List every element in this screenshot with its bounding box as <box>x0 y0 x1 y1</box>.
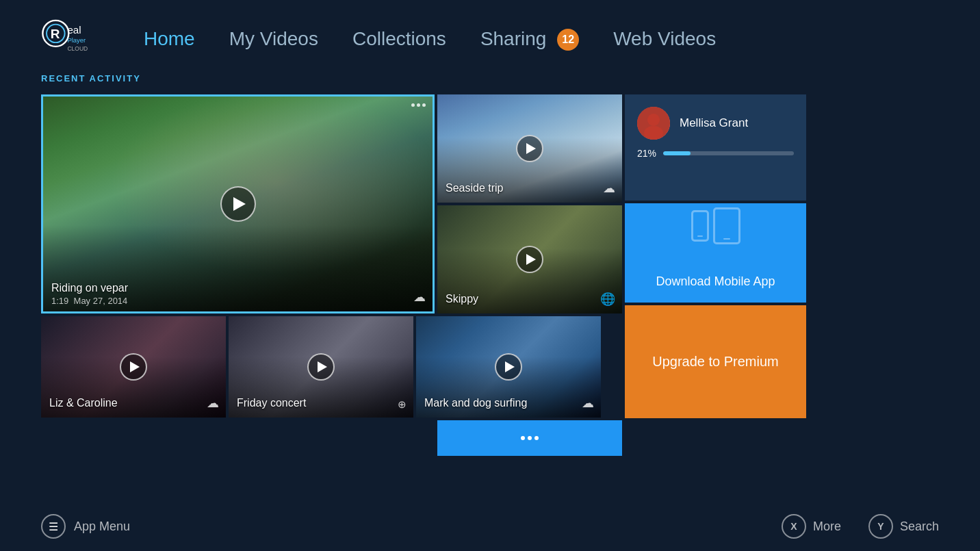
app-menu-label: App Menu <box>74 520 130 534</box>
friday-title: Friday concert <box>237 397 306 409</box>
user-info: Mellisa Grant <box>637 107 794 140</box>
friday-concert-tile[interactable]: Friday concert ⊕ <box>229 316 413 418</box>
friday-xbox-icon: ⊕ <box>398 398 407 411</box>
download-mobile-tile[interactable]: Download Mobile App <box>625 203 806 303</box>
sharing-badge: 12 <box>557 29 579 51</box>
user-name: Mellisa Grant <box>680 116 748 130</box>
surfing-play-btn[interactable] <box>495 353 522 381</box>
search-btn-icon[interactable]: Y <box>868 514 893 539</box>
video-grid: Riding on vepar 1:19 May 27, 2014 ☁ <box>41 94 622 456</box>
svg-text:R: R <box>51 27 60 41</box>
search-action: Y Search <box>868 514 939 539</box>
surfing-tile[interactable]: Mark and dog surfing ☁ <box>416 316 601 418</box>
svg-point-8 <box>644 126 663 140</box>
storage-label: 21% <box>637 148 656 159</box>
nav-my-videos[interactable]: My Videos <box>229 28 318 50</box>
user-tile: Mellisa Grant 21% <box>625 94 806 201</box>
upgrade-tile[interactable]: Upgrade to Premium <box>625 305 806 418</box>
svg-text:Player: Player <box>67 36 86 44</box>
header: R eal Player CLOUD Home My Videos Collec… <box>0 0 980 73</box>
friday-play-btn[interactable] <box>307 353 335 381</box>
footer-right: X More Y Search <box>782 514 939 539</box>
logo: R eal Player CLOUD <box>41 19 116 60</box>
skippy-play-btn[interactable] <box>516 246 543 273</box>
skippy-tile[interactable]: Skippy 🌐 <box>437 205 622 313</box>
surfing-cloud-icon: ☁ <box>582 396 594 411</box>
seaside-title: Seaside trip <box>446 182 504 194</box>
more-action: X More <box>782 514 841 539</box>
surfing-title: Mark and dog surfing <box>424 397 527 409</box>
seaside-cloud-icon: ☁ <box>603 181 615 196</box>
upgrade-label: Upgrade to Premium <box>652 354 779 370</box>
nav: Home My Videos Collections Sharing 12 We… <box>144 28 716 51</box>
seaside-play-btn[interactable] <box>516 135 543 162</box>
progress-bar-track <box>663 151 794 155</box>
skippy-globe-icon: 🌐 <box>600 292 615 307</box>
featured-cloud-icon: ☁ <box>413 290 426 305</box>
featured-play-btn[interactable] <box>220 186 256 222</box>
featured-video-title: Riding on vepar <box>51 282 424 294</box>
footer-left: ☰ App Menu <box>41 514 130 539</box>
app-menu-icon[interactable]: ☰ <box>41 514 66 539</box>
seaside-trip-tile[interactable]: Seaside trip ☁ <box>437 94 622 203</box>
featured-video-tile[interactable]: Riding on vepar 1:19 May 27, 2014 ☁ <box>41 94 435 313</box>
progress-bar-fill <box>663 151 691 155</box>
skippy-title: Skippy <box>446 293 478 305</box>
download-label: Download Mobile App <box>625 274 806 289</box>
svg-text:CLOUD: CLOUD <box>67 45 88 52</box>
svg-point-7 <box>647 114 660 126</box>
app-wrapper: R eal Player CLOUD Home My Videos Collec… <box>0 0 980 551</box>
featured-video-meta: 1:19 May 27, 2014 <box>51 296 424 306</box>
nav-home[interactable]: Home <box>144 28 195 50</box>
more-label: More <box>813 520 841 534</box>
nav-sharing[interactable]: Sharing 12 <box>480 28 579 51</box>
main-content: RECENT ACTIVITY <box>0 73 980 456</box>
liz-play-btn[interactable] <box>120 353 147 381</box>
nav-web-videos[interactable]: Web Videos <box>613 28 716 50</box>
more-btn-icon[interactable]: X <box>782 514 806 539</box>
liz-cloud-icon: ☁ <box>207 396 219 411</box>
section-title: RECENT ACTIVITY <box>41 73 939 84</box>
footer: ☰ App Menu X More Y Search <box>0 502 980 551</box>
nav-collections[interactable]: Collections <box>352 28 446 50</box>
svg-text:eal: eal <box>67 24 81 36</box>
more-videos-btn[interactable] <box>437 420 622 456</box>
right-panel: Mellisa Grant 21% <box>625 94 806 456</box>
featured-more-btn[interactable] <box>411 103 426 107</box>
liz-title: Liz & Caroline <box>49 397 118 409</box>
storage-progress: 21% <box>637 148 794 159</box>
search-label: Search <box>900 520 939 534</box>
avatar <box>637 107 670 140</box>
liz-caroline-tile[interactable]: Liz & Caroline ☁ <box>41 316 226 418</box>
